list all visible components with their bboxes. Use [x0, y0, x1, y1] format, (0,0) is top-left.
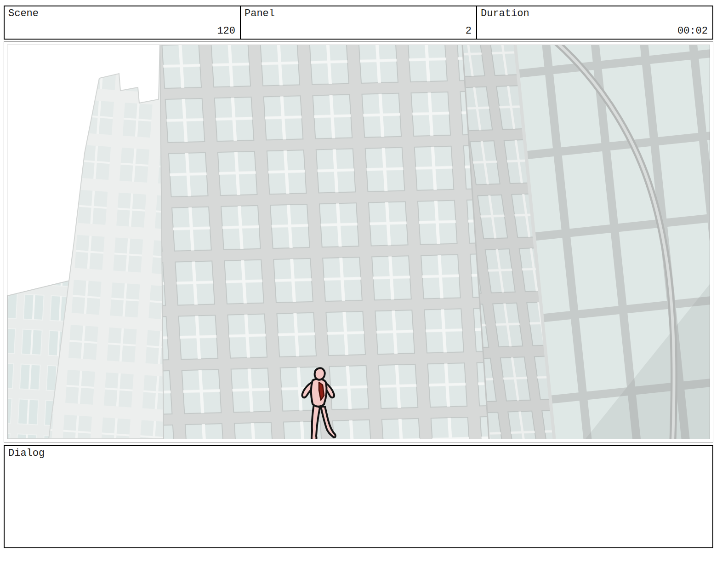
duration-value: 00:02: [677, 25, 708, 37]
scene-cell: Scene 120: [5, 6, 241, 39]
dialog-box[interactable]: Dialog: [4, 445, 713, 548]
duration-label: Duration: [481, 8, 529, 19]
panel-value: 2: [466, 25, 472, 37]
scene-value: 120: [217, 25, 235, 37]
storyboard-canvas[interactable]: [4, 41, 713, 442]
storyboard-sheet: Scene 120 Panel 2 Duration 00:02: [0, 0, 728, 563]
city-scene-drawing: [7, 45, 710, 439]
panel-header: Scene 120 Panel 2 Duration 00:02: [4, 6, 713, 40]
building-center: [160, 45, 554, 439]
duration-cell: Duration 00:02: [477, 6, 712, 39]
scene-label: Scene: [8, 8, 39, 19]
panel-cell: Panel 2: [241, 6, 477, 39]
figure-head: [315, 368, 325, 379]
panel-label: Panel: [245, 8, 275, 19]
dialog-text[interactable]: [8, 462, 709, 545]
dialog-label: Dialog: [8, 448, 45, 459]
storyboard-artwork: [7, 45, 710, 439]
